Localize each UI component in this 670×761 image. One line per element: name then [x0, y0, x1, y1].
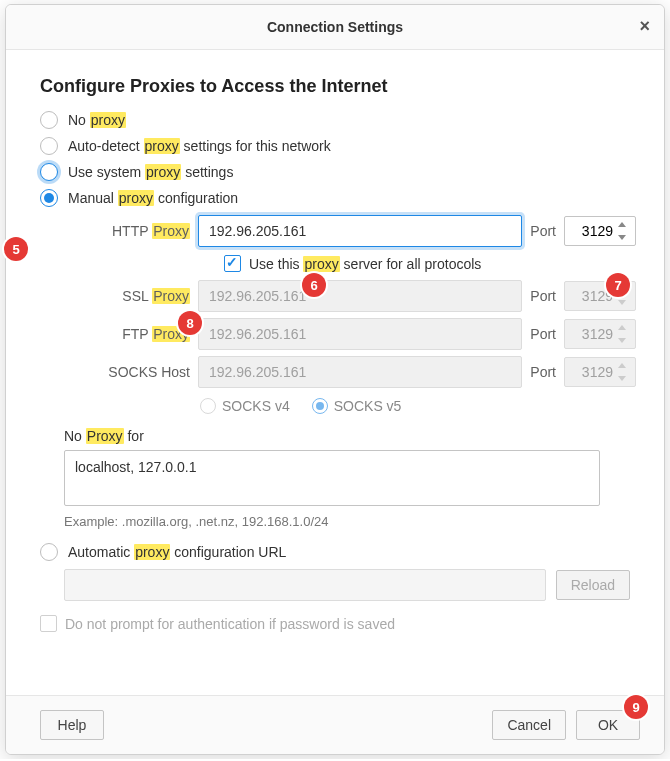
http-proxy-label: HTTP Proxy	[40, 223, 198, 239]
checkbox-use-proxy-all[interactable]	[224, 255, 241, 272]
annotation-marker-8: 8	[178, 311, 202, 335]
socks-port-label: Port	[530, 364, 556, 380]
cancel-button[interactable]: Cancel	[492, 710, 566, 740]
dialog-titlebar: Connection Settings ×	[6, 5, 664, 50]
socks-port-stepper	[616, 360, 630, 384]
annotation-marker-5: 5	[4, 237, 28, 261]
annotation-marker-6: 6	[302, 273, 326, 297]
radio-no-proxy[interactable]	[40, 111, 58, 129]
radio-socks-v4	[200, 398, 216, 414]
no-proxy-example: Example: .mozilla.org, .net.nz, 192.168.…	[64, 514, 630, 529]
radio-no-proxy-label: No proxy	[68, 112, 126, 128]
radio-autodetect-proxy[interactable]	[40, 137, 58, 155]
socks-host-input	[198, 356, 522, 388]
ftp-proxy-label: FTP Proxy	[40, 326, 198, 342]
radio-autodetect-label: Auto-detect proxy settings for this netw…	[68, 138, 331, 154]
dialog-scroll-area[interactable]: Configure Proxies to Access the Internet…	[6, 50, 664, 695]
radio-auto-config-url[interactable]	[40, 543, 58, 561]
ssl-port-label: Port	[530, 288, 556, 304]
dialog-title: Connection Settings	[267, 19, 403, 35]
annotation-marker-7: 7	[606, 273, 630, 297]
no-proxy-list-input[interactable]: localhost, 127.0.0.1	[64, 450, 600, 506]
ftp-port-stepper	[616, 322, 630, 346]
socks-host-label: SOCKS Host	[40, 364, 198, 380]
checkbox-use-proxy-all-label: Use this proxy server for all protocols	[249, 256, 481, 272]
checkbox-no-auth-prompt[interactable]	[40, 615, 57, 632]
no-proxy-for-label: No Proxy for	[64, 428, 630, 444]
radio-socks-v5	[312, 398, 328, 414]
ssl-proxy-label: SSL Proxy	[40, 288, 198, 304]
radio-system-label: Use system proxy settings	[68, 164, 233, 180]
close-icon[interactable]: ×	[639, 17, 650, 35]
radio-manual-proxy[interactable]	[40, 189, 58, 207]
checkbox-no-auth-prompt-label: Do not prompt for authentication if pass…	[65, 616, 395, 632]
help-button[interactable]: Help	[40, 710, 104, 740]
http-port-stepper[interactable]	[616, 219, 630, 243]
ftp-proxy-input	[198, 318, 522, 350]
auto-config-url-input	[64, 569, 546, 601]
radio-manual-label: Manual proxy configuration	[68, 190, 238, 206]
ftp-port-label: Port	[530, 326, 556, 342]
http-proxy-input[interactable]	[198, 215, 522, 247]
connection-settings-dialog: 5 6 7 8 9 Connection Settings × Configur…	[5, 4, 665, 755]
radio-system-proxy[interactable]	[40, 163, 58, 181]
http-port-label: Port	[530, 223, 556, 239]
dialog-footer: Help Cancel OK	[6, 695, 664, 754]
ssl-proxy-input	[198, 280, 522, 312]
reload-button: Reload	[556, 570, 630, 600]
radio-socks-v5-label: SOCKS v5	[334, 398, 402, 414]
radio-socks-v4-label: SOCKS v4	[222, 398, 290, 414]
annotation-marker-9: 9	[624, 695, 648, 719]
section-heading: Configure Proxies to Access the Internet	[40, 76, 630, 97]
radio-auto-config-label: Automatic proxy configuration URL	[68, 544, 286, 560]
